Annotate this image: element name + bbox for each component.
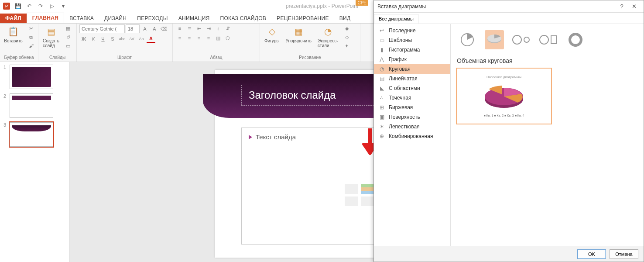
bold-button[interactable]: Ж: [79, 35, 88, 43]
qat-save-icon[interactable]: 💾: [13, 1, 23, 11]
slide-thumbnail-1[interactable]: [10, 65, 53, 89]
slide-thumbnails-panel[interactable]: 1 2 3: [0, 62, 70, 262]
cancel-button[interactable]: Отмена: [610, 249, 638, 259]
underline-button[interactable]: Ч: [99, 35, 107, 43]
group-clipboard-label: Буфер обмена: [3, 55, 35, 61]
category-icon: ◔: [378, 66, 385, 72]
arrange-button[interactable]: ▦ Упорядочить: [284, 24, 313, 44]
chart-category-комбинированная[interactable]: ⊕Комбинированная: [374, 131, 450, 141]
paste-button[interactable]: 📋 Вставить: [3, 24, 24, 44]
line-spacing-icon[interactable]: ↕: [214, 24, 223, 32]
shapes-button[interactable]: ◇ Фигуры: [263, 24, 281, 44]
chart-category-график[interactable]: ⋀График: [374, 55, 450, 64]
chart-category-поверхность[interactable]: ▣Поверхность: [374, 112, 450, 122]
slide-thumbnail-2[interactable]: [10, 93, 53, 118]
italic-button[interactable]: К: [89, 35, 98, 43]
pie-subtype-3d[interactable]: [485, 30, 504, 49]
bullet-arrow-icon: [249, 135, 252, 139]
tab-home[interactable]: ГЛАВНАЯ: [27, 13, 64, 23]
chart-category-точечная[interactable]: ∴Точечная: [374, 93, 450, 103]
insert-table-icon[interactable]: [345, 184, 358, 194]
copy-icon[interactable]: ⧉: [27, 33, 35, 41]
dialog-close-button[interactable]: ✕: [628, 3, 640, 10]
chart-preview-thumbnail[interactable]: Название диаграммы ■ Кв. 1 ■ Кв. 2 ■ Кв.…: [456, 68, 552, 124]
slide-thumbnail-3[interactable]: [10, 122, 53, 147]
align-right-icon[interactable]: ≡: [195, 34, 203, 42]
tab-file[interactable]: ФАЙЛ: [0, 14, 27, 23]
group-font-label: Шрифт: [79, 55, 170, 61]
chart-category-линейчатая[interactable]: ▤Линейчатая: [374, 74, 450, 83]
chart-category-биржевая[interactable]: ⊞Биржевая: [374, 103, 450, 112]
shadow-button[interactable]: S: [108, 35, 117, 43]
category-icon: ▮: [378, 47, 385, 53]
pie-subtype-pie-of-pie[interactable]: [512, 30, 531, 49]
layout-icon[interactable]: ▦: [64, 24, 72, 32]
text-direction-icon[interactable]: ⇵: [223, 24, 232, 32]
qat-more-icon[interactable]: ▾: [58, 1, 68, 11]
font-size-combo[interactable]: 18: [126, 24, 140, 33]
insert-online-picture-icon[interactable]: [361, 196, 374, 206]
pie-subtype-bar-of-pie[interactable]: [539, 30, 558, 49]
pie-subtype-2d[interactable]: [458, 30, 477, 49]
align-center-icon[interactable]: ≡: [185, 34, 194, 42]
justify-icon[interactable]: ≡: [204, 34, 213, 42]
category-label: Последние: [389, 28, 416, 34]
indent-icon[interactable]: ⇥: [204, 24, 213, 32]
new-slide-icon: ▤: [45, 25, 57, 38]
tab-animation[interactable]: АНИМАЦИЯ: [173, 14, 215, 23]
grow-font-icon[interactable]: A: [140, 25, 149, 33]
strike-button[interactable]: abc: [118, 35, 127, 43]
qat-redo-icon[interactable]: ↷: [36, 1, 45, 11]
shape-outline-icon[interactable]: ◇: [343, 33, 351, 41]
dialog-help-button[interactable]: ?: [616, 3, 628, 10]
columns-icon[interactable]: ▥: [214, 34, 223, 42]
outdent-icon[interactable]: ⇤: [195, 24, 203, 32]
smartart-icon[interactable]: ⬡: [223, 34, 232, 42]
numbering-icon[interactable]: ≣: [185, 24, 194, 32]
chart-category-шаблоны[interactable]: ▭Шаблоны: [374, 35, 450, 45]
shape-effects-icon[interactable]: ✦: [343, 42, 351, 50]
section-icon[interactable]: ▭: [64, 42, 72, 50]
insert-chart-icon[interactable]: [361, 184, 374, 194]
shrink-font-icon[interactable]: A: [150, 25, 159, 33]
group-paragraph-label: Абзац: [175, 55, 257, 61]
qat-undo-icon[interactable]: ↶: [24, 1, 34, 11]
case-button[interactable]: Aa: [137, 35, 146, 43]
category-label: Биржевая: [389, 104, 413, 110]
bullets-icon[interactable]: ≡: [175, 24, 184, 32]
font-color-button[interactable]: A: [147, 35, 155, 43]
ok-button[interactable]: OK: [577, 249, 606, 259]
thumb-number: 1: [3, 65, 8, 70]
chart-category-лепестковая[interactable]: ✶Лепестковая: [374, 122, 450, 131]
paste-label: Вставить: [4, 38, 22, 43]
chart-category-гистограмма[interactable]: ▮Гистограмма: [374, 45, 450, 55]
new-slide-label: Создать слайд: [43, 38, 59, 48]
new-slide-button[interactable]: ▤ Создать слайд: [41, 24, 61, 49]
svg-rect-7: [551, 36, 556, 44]
align-left-icon[interactable]: ≡: [175, 34, 184, 42]
tab-slideshow[interactable]: ПОКАЗ СЛАЙДОВ: [215, 14, 272, 23]
chart-category-последние[interactable]: ↩Последние: [374, 26, 450, 35]
pie-subtype-doughnut[interactable]: [566, 30, 585, 49]
dialog-tab-all[interactable]: Все диаграммы: [374, 14, 418, 24]
tab-view[interactable]: ВИД: [334, 14, 356, 23]
tab-transitions[interactable]: ПЕРЕХОДЫ: [132, 14, 173, 23]
insert-picture-icon[interactable]: [345, 196, 358, 206]
clear-format-icon[interactable]: ⌫: [160, 25, 168, 33]
font-family-combo[interactable]: Century Gothic (: [79, 24, 125, 33]
group-slides-label: Слайды: [41, 55, 74, 61]
chart-category-круговая[interactable]: ◔Круговая: [374, 64, 450, 74]
spacing-button[interactable]: AV: [127, 35, 136, 43]
format-painter-icon[interactable]: 🖌: [27, 42, 35, 50]
quick-styles-button[interactable]: ◔ Экспресс- стили: [316, 24, 340, 49]
category-label: Лепестковая: [389, 124, 420, 130]
shape-fill-icon[interactable]: ◆: [343, 24, 351, 32]
chart-category-с областями[interactable]: ◣С областями: [374, 83, 450, 93]
tab-review[interactable]: РЕЦЕНЗИРОВАНИЕ: [271, 14, 334, 23]
reset-icon[interactable]: ↺: [64, 33, 72, 41]
qat-start-icon[interactable]: ▷: [47, 1, 57, 11]
cut-icon[interactable]: ✂: [27, 24, 35, 32]
shapes-icon: ◇: [266, 25, 278, 38]
tab-insert[interactable]: ВСТАВКА: [64, 14, 99, 23]
tab-design[interactable]: ДИЗАЙН: [99, 14, 132, 23]
